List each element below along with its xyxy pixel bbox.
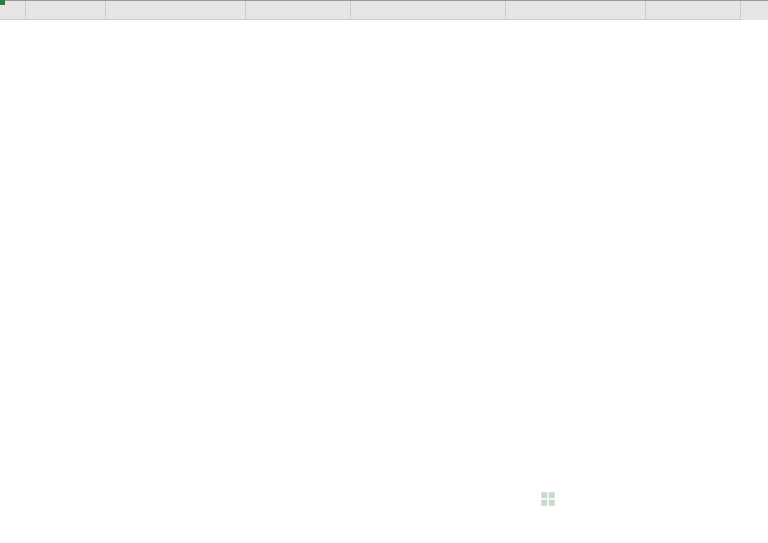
spreadsheet (0, 0, 768, 543)
col-header-B[interactable] (106, 1, 246, 20)
col-header-A[interactable] (26, 1, 106, 20)
column-headers (0, 0, 768, 20)
select-all-corner[interactable] (0, 1, 26, 20)
col-header-E[interactable] (506, 1, 646, 20)
col-header-F[interactable] (646, 1, 741, 20)
col-header-D[interactable] (351, 1, 506, 20)
grid[interactable] (26, 20, 768, 543)
col-header-C[interactable] (246, 1, 351, 20)
